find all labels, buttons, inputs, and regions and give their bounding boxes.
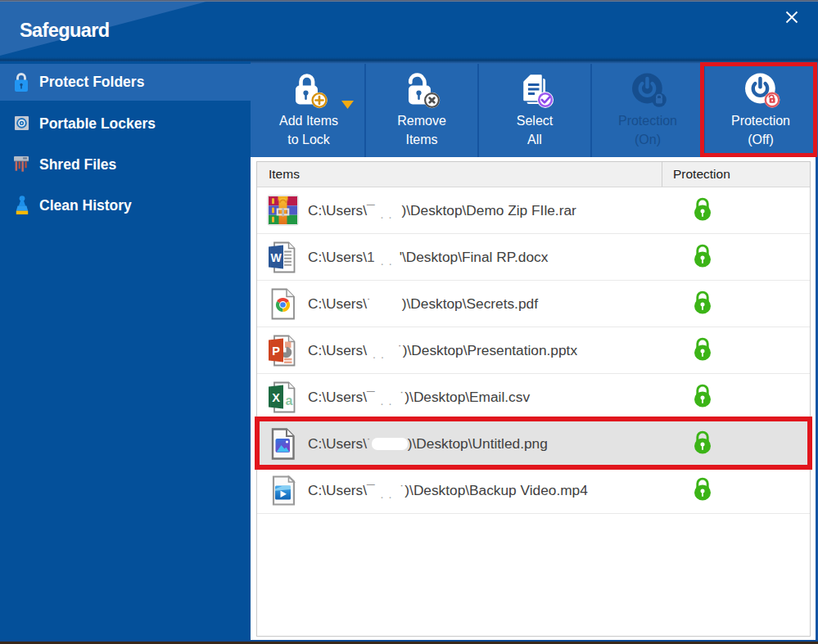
svg-text:X: X <box>272 391 280 404</box>
svg-text:a: a <box>286 394 293 408</box>
svg-text:P: P <box>272 345 280 358</box>
svg-text:W: W <box>270 251 282 264</box>
